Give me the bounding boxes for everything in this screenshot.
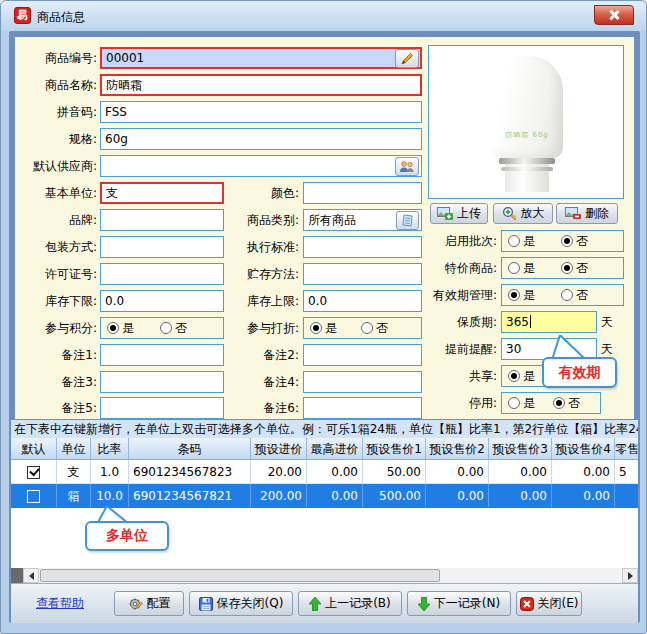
- upload-button[interactable]: 上传: [430, 203, 488, 224]
- help-link[interactable]: 查看帮助: [36, 595, 84, 612]
- unit-row-2-selected[interactable]: 箱 10.0 6901234567821 200.00 0.00 500.00 …: [11, 484, 638, 508]
- category-picker-button[interactable]: [396, 211, 419, 230]
- stock-low-field[interactable]: 0.0: [100, 290, 224, 312]
- cell-price3[interactable]: 0.00: [489, 484, 552, 508]
- batch-yes-radio[interactable]: [508, 235, 520, 247]
- packing-field[interactable]: [100, 236, 224, 258]
- header-price2[interactable]: 预设售价2: [426, 438, 489, 460]
- shelf-life-field[interactable]: 365: [501, 311, 597, 333]
- remind-label: 提前提醒:: [409, 338, 497, 360]
- cell-barcode[interactable]: 6901234567821: [129, 484, 251, 508]
- special-yes-label: 是: [523, 260, 535, 277]
- pinyin-field[interactable]: FSS: [100, 101, 422, 123]
- header-ratio[interactable]: 比率: [91, 438, 129, 460]
- product-name-field[interactable]: 防晒霜: [100, 74, 422, 96]
- cell-price3[interactable]: 0.00: [489, 460, 552, 484]
- scrollbar-thumb[interactable]: [40, 569, 440, 582]
- special-yes-radio[interactable]: [508, 262, 520, 274]
- bottle-label: 防晒霜 60g: [491, 130, 563, 140]
- cell-max-cost[interactable]: 0.00: [307, 484, 363, 508]
- header-unit[interactable]: 单位: [57, 438, 91, 460]
- supplier-picker-button[interactable]: [395, 157, 419, 176]
- header-price1[interactable]: 预设售价1: [363, 438, 426, 460]
- cell-price1[interactable]: 50.00: [363, 460, 426, 484]
- default-checkbox-row2[interactable]: [27, 490, 40, 503]
- points-yes-radio[interactable]: [107, 322, 119, 334]
- scrollbar-corner: [11, 568, 23, 583]
- special-label: 特价商品:: [409, 257, 497, 279]
- header-barcode[interactable]: 条码: [129, 438, 251, 460]
- special-no-radio[interactable]: [561, 262, 573, 274]
- points-no-label: 否: [175, 320, 187, 337]
- zoom-label: 放大: [521, 205, 545, 222]
- batch-no-radio[interactable]: [561, 235, 573, 247]
- discount-no-radio[interactable]: [361, 322, 373, 334]
- scroll-right-button[interactable]: [622, 568, 638, 583]
- supplier-field[interactable]: [100, 155, 422, 177]
- disabled-yes-radio[interactable]: [508, 397, 520, 409]
- disabled-no-radio[interactable]: [553, 397, 565, 409]
- unit-row-1[interactable]: 支 1.0 6901234567823 20.00 0.00 50.00 0.0…: [11, 460, 638, 484]
- window-title: 商品信息: [37, 9, 85, 26]
- stock-high-label: 库存上限:: [223, 290, 299, 312]
- header-default[interactable]: 默认: [11, 438, 57, 460]
- shelf-life-label: 保质期:: [409, 311, 497, 333]
- discount-yes-radio[interactable]: [310, 322, 322, 334]
- remark5-field[interactable]: [100, 397, 224, 419]
- cell-retail[interactable]: [615, 484, 638, 508]
- edit-code-button[interactable]: [395, 49, 419, 68]
- expiry-no-radio[interactable]: [561, 289, 573, 301]
- cell-price2[interactable]: 0.00: [426, 460, 489, 484]
- remark3-field[interactable]: [100, 371, 224, 393]
- batch-no-label: 否: [576, 233, 588, 250]
- zoom-button[interactable]: 放大: [493, 203, 553, 224]
- scroll-left-button[interactable]: [23, 568, 39, 583]
- exec-std-field[interactable]: [303, 236, 422, 258]
- cell-price1[interactable]: 500.00: [363, 484, 426, 508]
- delete-image-button[interactable]: 删除: [556, 203, 618, 224]
- remark4-field[interactable]: [303, 371, 422, 393]
- header-cost[interactable]: 预设进价: [251, 438, 307, 460]
- save-close-button[interactable]: 保存关闭(Q): [189, 591, 293, 616]
- header-price4[interactable]: 预设售价4: [552, 438, 615, 460]
- cell-barcode[interactable]: 6901234567823: [129, 460, 251, 484]
- cell-ratio[interactable]: 1.0: [91, 460, 129, 484]
- next-record-button[interactable]: 下一记录(N): [407, 591, 511, 616]
- spec-field[interactable]: 60g: [100, 128, 422, 150]
- config-button[interactable]: 配置: [114, 591, 184, 616]
- header-max-cost[interactable]: 最高进价: [307, 438, 363, 460]
- horizontal-scrollbar[interactable]: [11, 568, 638, 583]
- close-window-button[interactable]: 关闭(E): [516, 591, 582, 616]
- cell-cost[interactable]: 20.00: [251, 460, 307, 484]
- remark6-field[interactable]: [303, 397, 422, 419]
- storage-field[interactable]: [303, 263, 422, 285]
- cell-unit[interactable]: 支: [57, 460, 91, 484]
- license-field[interactable]: [100, 263, 224, 285]
- supplier-label: 默认供应商:: [11, 155, 97, 177]
- header-price3[interactable]: 预设售价3: [489, 438, 552, 460]
- color-field[interactable]: [303, 182, 422, 204]
- titlebar-close-button[interactable]: [594, 5, 634, 25]
- share-yes-radio[interactable]: [508, 370, 520, 382]
- points-no-radio[interactable]: [160, 322, 172, 334]
- product-code-field[interactable]: 00001: [100, 47, 422, 69]
- prev-record-button[interactable]: 上一记录(B): [298, 591, 402, 616]
- share-yes-label: 是: [523, 368, 535, 385]
- header-retail[interactable]: 零售: [615, 438, 638, 460]
- cell-retail[interactable]: 5: [615, 460, 638, 484]
- spec-label: 规格:: [11, 128, 97, 150]
- cell-ratio[interactable]: 10.0: [91, 484, 129, 508]
- base-unit-field[interactable]: 支: [100, 182, 224, 204]
- cell-max-cost[interactable]: 0.00: [307, 460, 363, 484]
- cell-price4[interactable]: 0.00: [552, 460, 615, 484]
- save-close-label: 保存关闭(Q): [217, 595, 284, 612]
- default-checkbox-row1[interactable]: [27, 466, 40, 479]
- cell-price4[interactable]: 0.00: [552, 484, 615, 508]
- cell-unit[interactable]: 箱: [57, 484, 91, 508]
- cell-cost[interactable]: 200.00: [251, 484, 307, 508]
- remark1-field[interactable]: [100, 344, 224, 366]
- cell-price2[interactable]: 0.00: [426, 484, 489, 508]
- expiry-yes-radio[interactable]: [508, 289, 520, 301]
- brand-field[interactable]: [100, 209, 224, 231]
- remark2-field[interactable]: [303, 344, 422, 366]
